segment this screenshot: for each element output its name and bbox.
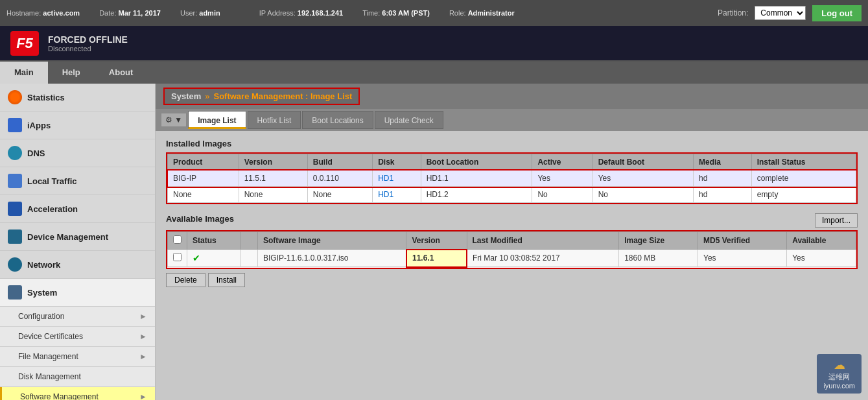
date-info: Date: Mar 11, 2017 (99, 9, 161, 17)
sidebar-item-system[interactable]: System (0, 279, 155, 307)
ip-info: IP Address: 192.168.1.241 (259, 9, 343, 17)
cell-disk[interactable]: HD1 (373, 187, 421, 203)
cell-image-size: 1860 MB (619, 250, 698, 267)
table-row: None None None HD1 HD1.2 No No hd empty (168, 187, 856, 203)
cell-default-boot: No (592, 187, 693, 203)
cell-software-image: BIGIP-11.6.1.0.0.317.iso (257, 250, 406, 267)
sidebar-item-local-traffic[interactable]: Local Traffic (0, 167, 155, 195)
sidebar-sub-configuration[interactable]: Configuration ► (0, 307, 155, 327)
cell-version: None (239, 187, 307, 203)
sidebar-sub-file-management[interactable]: File Management ► (0, 347, 155, 367)
cell-product: BIG-IP (168, 171, 239, 187)
user-info: User: admin (180, 9, 220, 17)
cell-product: None (168, 187, 239, 203)
connection-status: Disconnected (48, 45, 91, 53)
sidebar-item-acceleration[interactable]: Acceleration (0, 195, 155, 223)
accel-icon (8, 202, 22, 216)
cell-active: No (532, 187, 592, 203)
select-all-checkbox[interactable] (173, 235, 182, 244)
sidebar-item-network[interactable]: Network (0, 251, 155, 279)
partition-label: Partition: (718, 8, 748, 18)
local-traffic-icon (8, 174, 22, 188)
device-name: FORCED OFFLINE (48, 34, 128, 45)
col-image-size: Image Size (619, 232, 698, 250)
sidebar-item-iapps[interactable]: iApps (0, 112, 155, 139)
breadcrumb-bar: System » Software Management : Image Lis… (156, 84, 868, 109)
sidebar-sub-menu: Configuration ► Device Certificates ► Fi… (0, 307, 155, 400)
sidebar-item-device-management[interactable]: Device Management (0, 223, 155, 251)
action-buttons: Delete Install (166, 273, 858, 287)
chevron-right-icon: ► (139, 392, 147, 400)
tab-hotfix-list[interactable]: Hotfix List (248, 111, 301, 129)
cell-version: 11.5.1 (239, 171, 307, 187)
cell-disk[interactable]: HD1 (373, 171, 421, 187)
cell-build: None (307, 187, 372, 203)
col-software-image: Software Image (257, 232, 406, 250)
f5-logo: F5 (10, 31, 39, 56)
sidebar-sub-software-management[interactable]: Software Management ► (0, 387, 155, 400)
col-sort (240, 232, 257, 250)
col-md5: MD5 Verified (698, 232, 787, 250)
col-media: Media (693, 154, 751, 171)
breadcrumb-current: Software Management : Image List (213, 91, 352, 101)
col-checkbox (168, 232, 187, 250)
sidebar-sub-device-certificates[interactable]: Device Certificates ► (0, 327, 155, 347)
sidebar-label-acceleration: Acceleration (27, 204, 78, 214)
device-status: FORCED OFFLINE Disconnected (48, 34, 128, 53)
available-images-title: Available Images (166, 214, 234, 224)
delete-button[interactable]: Delete (166, 273, 205, 287)
disk-link[interactable]: HD1 (378, 174, 393, 183)
cell-media: hd (693, 187, 751, 203)
role-info: Role: Administrator (449, 9, 515, 17)
sidebar-label-system: System (27, 288, 57, 298)
cell-md5: Yes (698, 250, 787, 267)
sidebar-item-dns[interactable]: DNS (0, 139, 155, 167)
tab-update-check[interactable]: Update Check (375, 111, 443, 129)
col-default-boot: Default Boot (592, 154, 693, 171)
cell-active: Yes (532, 171, 592, 187)
watermark-line1: 运维网 (823, 372, 855, 382)
disk-link[interactable]: HD1 (378, 190, 393, 199)
col-build: Build (307, 154, 372, 171)
partition-select[interactable]: Common (755, 6, 806, 20)
available-table-header: Status Software Image Version Last Modif… (168, 232, 856, 250)
content-area: System » Software Management : Image Lis… (156, 84, 868, 400)
logout-button[interactable]: Log out (812, 5, 862, 21)
cell-available: Yes (787, 250, 856, 267)
chevron-right-icon: ► (139, 312, 147, 321)
install-button[interactable]: Install (208, 273, 245, 287)
installed-images-title: Installed Images (166, 139, 858, 148)
available-images-header: Available Images Import... (166, 213, 858, 228)
logo-bar: F5 FORCED OFFLINE Disconnected (0, 26, 868, 62)
cell-default-boot: Yes (592, 171, 693, 187)
available-images-table: Status Software Image Version Last Modif… (167, 231, 856, 268)
tab-image-list[interactable]: Image List (188, 111, 246, 129)
sidebar-label-statistics: Statistics (27, 93, 65, 102)
cell-checkbox[interactable] (168, 250, 187, 267)
import-button[interactable]: Import... (815, 213, 858, 228)
col-status: Status (187, 232, 241, 250)
gear-button[interactable]: ⚙ ▼ (161, 113, 187, 127)
tab-boot-locations[interactable]: Boot Locations (302, 111, 373, 129)
nav-tab-about[interactable]: About (95, 62, 148, 84)
time-info: Time: 6:03 AM (PST) (362, 9, 430, 17)
sidebar-sub-label-configuration: Configuration (18, 312, 64, 321)
stats-icon (8, 90, 22, 104)
sidebar-sub-label-device-certificates: Device Certificates (18, 332, 83, 341)
nav-tabs: Main Help About (0, 62, 868, 84)
sidebar-item-statistics[interactable]: Statistics (0, 84, 155, 112)
sidebar: Statistics iApps DNS Local Traffic Accel… (0, 84, 156, 400)
nav-tab-main[interactable]: Main (0, 62, 48, 84)
cell-install-status: empty (751, 187, 856, 203)
top-bar: Hostname: active.com Date: Mar 11, 2017 … (0, 0, 868, 26)
row-checkbox[interactable] (173, 253, 182, 261)
sidebar-label-network: Network (27, 260, 60, 270)
inner-content: Installed Images Product Version Build D… (156, 131, 868, 295)
nav-tab-help[interactable]: Help (48, 62, 95, 84)
cell-version: 11.6.1 (406, 250, 467, 267)
network-icon (8, 257, 22, 272)
sidebar-sub-disk-management[interactable]: Disk Management (0, 367, 155, 387)
system-icon (8, 285, 22, 300)
available-images-table-wrapper: Status Software Image Version Last Modif… (166, 230, 858, 269)
cell-status: ✔ (187, 250, 241, 267)
